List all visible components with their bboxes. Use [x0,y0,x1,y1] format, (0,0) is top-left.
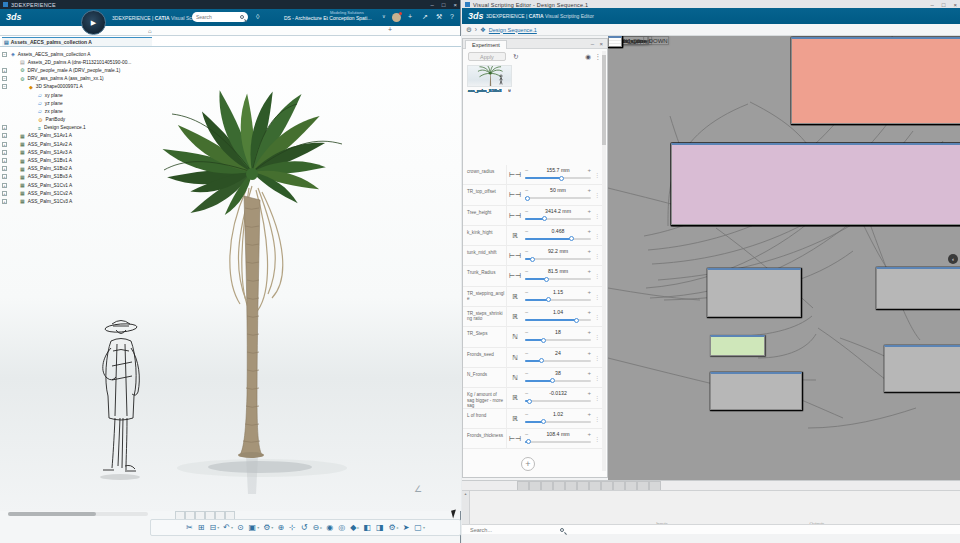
parameter-value[interactable]: 1.15 [553,289,563,295]
parameter-slider[interactable] [525,319,591,321]
compass-widget[interactable]: ▶ [81,10,106,35]
add-icon[interactable]: + [408,13,412,20]
increment-button[interactable]: + [587,431,591,437]
tree-item[interactable]: ▤ Assets_2D_palms A (drw-R1132101405190-… [2,58,152,66]
close-button[interactable]: × [953,2,957,8]
increment-button[interactable]: + [587,268,591,274]
tree-item[interactable]: + ▦ ASS_Palm_S1Av1 A [2,132,152,140]
palette-tab[interactable] [529,481,541,490]
increment-button[interactable]: + [587,370,591,376]
global-search[interactable] [192,12,248,22]
row-menu-icon[interactable]: ⋮ [594,171,600,178]
slider-thumb[interactable] [550,378,555,383]
experiment-tab[interactable]: Experiment [465,40,507,49]
help-icon[interactable]: ? [450,13,454,20]
graph-node[interactable] [710,372,802,410]
slider-thumb[interactable] [559,176,564,181]
parameter-value[interactable]: 155.7 mm [546,167,569,173]
parameter-slider[interactable] [525,400,591,402]
increment-button[interactable]: + [587,289,591,295]
new-tab-button[interactable]: + [388,26,392,33]
parameter-value[interactable]: -0.0132 [549,390,567,396]
context-selector[interactable]: DS - Architecture Et Conception Spati... [284,15,372,21]
expand-toggle-icon[interactable]: − [2,52,7,57]
row-menu-icon[interactable]: ⋮ [594,415,600,422]
share-icon[interactable]: ↗ [422,13,428,21]
parameter-value[interactable]: 81.5 mm [548,268,568,274]
maximize-button[interactable]: □ [942,2,946,8]
parameter-value[interactable]: 92.2 mm [548,248,568,254]
palm-thumbnail[interactable]: ass_palm_S1Cv3 ∨ [467,65,512,96]
decrement-button[interactable]: − [525,390,529,396]
search-input[interactable] [196,14,240,20]
decrement-button[interactable]: − [525,187,529,193]
workbench-tab[interactable] [175,511,185,519]
slider-thumb[interactable] [541,419,546,424]
tree-item[interactable]: ▱ zx plane [2,107,152,115]
tree-item[interactable]: ⚙ PartBody [2,116,152,124]
parameter-value[interactable]: 0.468 [552,228,565,234]
add-parameter-button[interactable]: + [521,457,535,471]
decrement-button[interactable]: − [525,431,529,437]
minimize-button[interactable]: – [931,2,934,8]
row-menu-icon[interactable]: ⋮ [594,293,600,300]
slider-thumb[interactable] [541,338,546,343]
expand-toggle-icon[interactable]: + [2,133,7,138]
slider-thumb[interactable] [525,196,530,201]
decrement-button[interactable]: − [525,289,529,295]
tree-item[interactable]: + ▦ ASS_Palm_S1Cv1 A [2,181,152,189]
slider-thumb[interactable] [539,358,544,363]
parameter-value[interactable]: 24 [555,350,561,356]
decrement-button[interactable]: − [525,309,529,315]
tree-item[interactable]: + ▦ ASS_Palm_S1Av3 A [2,148,152,156]
palette-tab[interactable] [613,481,625,490]
row-menu-icon[interactable]: ⋮ [594,212,600,219]
expand-toggle-icon[interactable]: + [2,191,7,196]
tree-item[interactable]: + ⚙ DRV_people_male A (DRV_people_male.1… [2,66,152,74]
slider-thumb[interactable] [574,318,579,323]
palette-tab[interactable] [601,481,613,490]
parameter-value[interactable]: 1.04 [553,309,563,315]
parameter-value[interactable]: 38 [555,370,561,376]
tree-item[interactable]: + ▦ ASS_Palm_S1Bv3 A [2,173,152,181]
slider-thumb[interactable] [527,399,532,404]
decrement-button[interactable]: − [525,370,529,376]
graph-node[interactable] [884,345,960,392]
camera-icon[interactable]: ◉ [585,53,591,61]
workbench-tab[interactable] [185,511,195,519]
horizontal-scrollbar[interactable] [8,512,148,516]
parameter-slider[interactable] [525,380,591,382]
tree-item[interactable]: − ◆ 3D Shape00009971 A [2,83,152,91]
parameter-value[interactable]: 3414.2 mm [545,208,571,214]
slider-thumb[interactable] [542,216,547,221]
parameter-slider[interactable] [525,238,591,240]
tag-icon[interactable]: ◊ [256,13,259,20]
parameter-value[interactable]: 50 mm [550,187,566,193]
palette-tab[interactable] [577,481,589,490]
decrement-button[interactable]: − [525,350,529,356]
breadcrumb[interactable]: Design Sequence.1 [489,27,537,33]
3ds-logo[interactable]: 3ds [468,11,484,21]
expand-toggle-icon[interactable]: − [2,84,7,89]
chevron-down-icon[interactable]: ∨ [382,13,386,19]
increment-button[interactable]: + [587,187,591,193]
parameter-slider[interactable] [525,177,591,179]
tree-item[interactable]: ▱ yz plane [2,99,152,107]
decrement-button[interactable]: − [525,268,529,274]
expand-toggle-icon[interactable]: − [2,76,7,81]
document-tab[interactable] [0,26,72,36]
row-menu-icon[interactable]: ⋮ [594,394,600,401]
palette-tab[interactable] [553,481,565,490]
increment-button[interactable]: + [587,167,591,173]
expand-toggle-icon[interactable]: + [2,183,7,188]
slider-thumb[interactable] [526,439,531,444]
tree-item[interactable]: + ▦ ASS_Palm_S1Bv1 A [2,156,152,164]
node-graph-canvas[interactable]: ◱ [608,36,960,480]
minimize-button[interactable]: – [431,2,434,8]
workbench-tab[interactable] [225,511,235,519]
tree-item[interactable]: − ◈ Assets_AECS_palms_collection A [2,50,152,58]
graph-node[interactable] [791,37,960,124]
gear-icon[interactable]: ⚙ [466,26,472,34]
parameter-value[interactable]: 1.02 [553,411,563,417]
maximize-button[interactable]: □ [442,2,446,8]
